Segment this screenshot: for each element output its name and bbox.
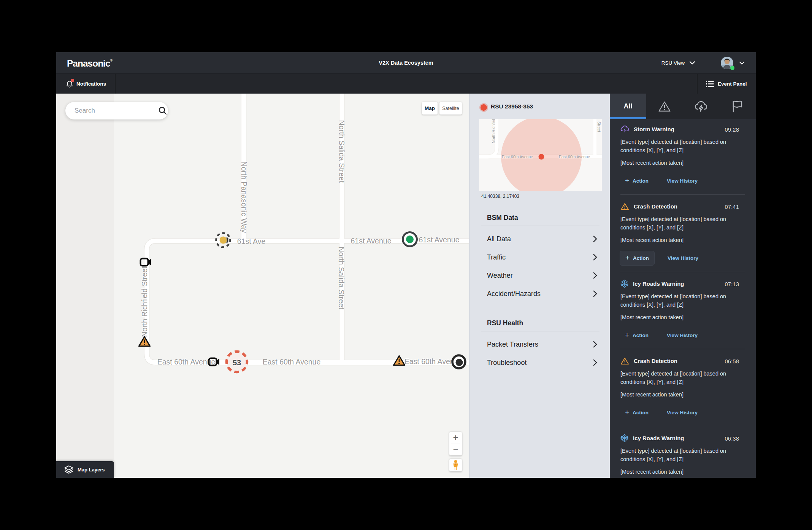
app-window: Panasonic® V2X Data Ecosystem RSU View	[56, 52, 756, 478]
minimap-street-e60-right: East 60th Avenue	[559, 154, 590, 159]
chevron-right-icon	[593, 290, 597, 297]
event-last-action: [Most recent action taken]	[620, 159, 745, 167]
hazard-marker[interactable]	[138, 336, 151, 349]
event-last-action: [Most recent action taken]	[620, 391, 745, 399]
ice-event-icon	[620, 280, 628, 288]
event-description: [Event type] detected at [location] base…	[620, 447, 745, 463]
list-item-traffic[interactable]: Traffic	[487, 248, 597, 266]
tab-flags[interactable]	[719, 94, 756, 119]
bsm-data-section: BSM Data All Data Traffic Weather Accide…	[469, 210, 610, 303]
street-label-panasonic-way: North Panasonic Way	[239, 161, 248, 233]
tab-storms[interactable]	[683, 94, 719, 119]
list-item-all-data[interactable]: All Data	[487, 230, 597, 248]
event-card: Crash Detection 06:58 [Event type] detec…	[610, 356, 756, 427]
map-canvas[interactable]: North Panasonic Way North Salida Street …	[56, 94, 469, 478]
event-tabs: All	[610, 94, 756, 119]
search-bar	[65, 102, 168, 119]
tab-all[interactable]: All	[610, 94, 646, 119]
presence-dot	[730, 66, 734, 70]
zoom-out-button[interactable]: −	[449, 444, 462, 456]
event-time: 06:38	[725, 435, 739, 442]
bell-icon	[66, 80, 73, 88]
notifications-label: Notfications	[76, 81, 106, 87]
divider	[620, 272, 745, 272]
speed-marker-53[interactable]: 53	[225, 350, 249, 375]
section-title-bsm-data: BSM Data	[487, 210, 610, 226]
event-panel-button[interactable]: Event Panel	[706, 74, 747, 94]
toolbar: Notfications Event Panel	[56, 74, 756, 94]
avatar[interactable]	[721, 57, 733, 69]
view-history-link[interactable]: View History	[667, 410, 698, 415]
rsu-marker-dark[interactable]	[450, 353, 467, 372]
rsu-coordinates: 41.40338, 2.17403	[481, 194, 519, 199]
plus-icon: +	[625, 254, 630, 262]
event-title: Crash Detection	[634, 358, 677, 364]
chevron-right-icon	[593, 359, 597, 366]
divider	[481, 226, 599, 226]
chevron-right-icon	[593, 272, 597, 279]
view-history-link[interactable]: View History	[668, 255, 698, 261]
map-type-map-button[interactable]: Map	[422, 102, 438, 115]
rsu-status-dot	[479, 103, 488, 112]
camera-icon[interactable]	[140, 258, 152, 268]
action-button[interactable]: +Action	[620, 173, 654, 188]
street-label-e60-left: East 60th Avenue	[157, 358, 216, 366]
view-history-link[interactable]: View History	[667, 333, 698, 338]
page-title: V2X Data Ecosystem	[56, 52, 756, 74]
event-title: Storm Warning	[634, 126, 674, 132]
layers-icon	[64, 465, 74, 474]
tab-warnings[interactable]	[646, 94, 683, 119]
map-layers-button[interactable]: Map Layers	[56, 461, 114, 478]
warning-icon	[658, 101, 671, 112]
storm-event-icon	[620, 125, 629, 133]
divider	[481, 331, 599, 331]
action-button[interactable]: +Action	[620, 251, 655, 266]
list-item-packet-transfers[interactable]: Packet Transfers	[487, 335, 597, 353]
event-card: Icy Roads Warning 07:13 [Event type] det…	[610, 279, 756, 349]
event-time: 09:28	[725, 126, 739, 133]
rsu-marker-green[interactable]	[401, 231, 419, 250]
rsu-minimap[interactable]: North Richfiel Street East 60th Avenue E…	[479, 119, 602, 191]
pegman-button[interactable]	[449, 459, 462, 471]
zoom-in-button[interactable]: +	[449, 432, 462, 444]
zoom-control: + −	[449, 432, 462, 455]
list-item-weather[interactable]: Weather	[487, 266, 597, 285]
event-title: Crash Detection	[634, 203, 677, 210]
view-history-link[interactable]: View History	[667, 178, 698, 184]
avatar-chevron-down-icon[interactable]	[739, 62, 744, 65]
hazard-marker[interactable]	[393, 355, 406, 368]
flag-icon	[732, 100, 743, 113]
chevron-right-icon	[593, 236, 597, 242]
list-icon	[706, 80, 714, 88]
view-selector-dropdown[interactable]: RSU View	[661, 52, 695, 74]
street-label-e60-mid: East 60th Avenue	[263, 358, 321, 366]
search-input[interactable]	[75, 107, 159, 115]
divider	[697, 74, 698, 94]
camera-icon[interactable]	[208, 357, 220, 368]
rsu-title: RSU 23958-353	[491, 103, 533, 110]
events-panel: All	[610, 94, 756, 478]
list-item-accident-hazards[interactable]: Accident/Hazards	[487, 285, 597, 303]
event-title: Icy Roads Warning	[633, 435, 684, 441]
event-title: Icy Roads Warning	[633, 280, 684, 287]
event-time: 07:41	[725, 204, 739, 210]
map-type-satellite-button[interactable]: Satellite	[439, 102, 462, 115]
crash-event-icon	[620, 357, 629, 365]
map-roads	[56, 94, 469, 478]
street-label-salida-lower: North Salida Street	[337, 247, 346, 310]
speed-value: 53	[233, 358, 241, 367]
action-button[interactable]: +Action	[620, 328, 654, 343]
notifications-button[interactable]: Notfications	[66, 74, 106, 94]
event-last-action: [Most recent action taken]	[620, 468, 745, 476]
section-title-rsu-health: RSU Health	[487, 315, 610, 331]
event-card: Crash Detection 07:41 [Event type] detec…	[610, 201, 756, 272]
divider	[115, 74, 116, 94]
list-item-troubleshoot[interactable]: Troubleshoot	[487, 353, 597, 372]
action-button[interactable]: +Action	[620, 405, 654, 420]
search-icon[interactable]	[159, 107, 167, 115]
divider	[620, 349, 745, 349]
street-label-61st-ave: 61st Ave	[237, 237, 265, 246]
crash-event-icon	[620, 203, 629, 210]
view-selector-label: RSU View	[661, 60, 685, 66]
rsu-marker-yellow[interactable]	[214, 231, 232, 250]
